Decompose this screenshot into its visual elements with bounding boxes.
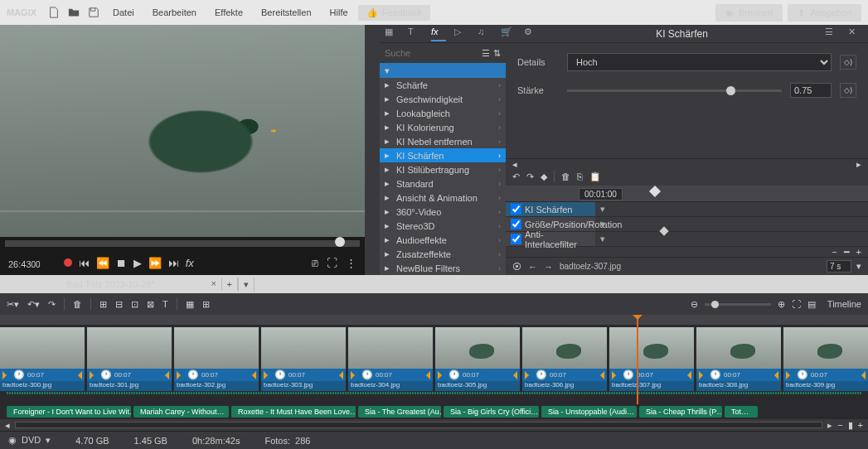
fx-item-zusatzeffekte[interactable]: ▸Zusatzeffekte› xyxy=(380,247,506,261)
audio-clip[interactable]: Sia - The Greatest (Au… xyxy=(358,406,441,418)
preview-scrubber[interactable] xyxy=(5,240,360,247)
kf-redo-icon[interactable]: ↷ xyxy=(526,171,534,182)
audio-clip[interactable]: Sia - Big Girls Cry (Offici… xyxy=(444,406,539,418)
clip-out-handle[interactable] xyxy=(248,371,256,379)
effects-search-input[interactable] xyxy=(385,48,451,58)
fx-item-ki-sch-rfen[interactable]: ▸KI Schärfen› xyxy=(380,148,506,162)
feedback-button[interactable]: 👍Feedback xyxy=(358,5,430,21)
clip-out-handle[interactable] xyxy=(422,371,430,379)
timeline-scrollbar[interactable] xyxy=(15,422,822,428)
fx-item-lookabgleich[interactable]: ▸Lookabgleich› xyxy=(380,106,506,120)
add-project-tab[interactable]: + xyxy=(221,278,238,291)
menu-effects[interactable]: Effekte xyxy=(206,4,251,21)
record-indicator[interactable] xyxy=(64,258,72,267)
kf-paste-icon[interactable]: 📋 xyxy=(589,171,601,182)
panel-menu-icon[interactable]: ☰ xyxy=(825,27,840,41)
preview-monitor[interactable] xyxy=(0,25,365,237)
zoom-out-icon[interactable]: ⊖ xyxy=(691,299,698,310)
fx-button[interactable]: fx xyxy=(186,257,194,269)
clip-in-handle[interactable] xyxy=(699,371,707,379)
clip-out-handle[interactable] xyxy=(770,371,778,379)
more-icon[interactable]: ⋮ xyxy=(346,257,356,269)
clip-in-handle[interactable] xyxy=(264,371,272,379)
clip-out-handle[interactable] xyxy=(74,371,82,379)
clip-out-handle[interactable] xyxy=(161,371,169,379)
tab-transition-icon[interactable]: ▷ xyxy=(454,27,469,41)
track-enable-checkbox[interactable] xyxy=(511,234,521,244)
clip-out-handle[interactable] xyxy=(683,371,691,379)
tab-fx-icon[interactable]: fx xyxy=(431,27,446,41)
audio-clip[interactable]: Tot… xyxy=(725,406,758,418)
keyframe-playhead[interactable] xyxy=(649,186,661,197)
menu-edit[interactable]: Bearbeiten xyxy=(144,4,205,21)
tab-settings-icon[interactable]: ⚙ xyxy=(524,27,539,41)
delete-icon[interactable]: 🗑 xyxy=(73,299,82,309)
timeline-clip[interactable]: 🕐00:07badtoelz-306.jpg xyxy=(522,327,607,391)
title-tool-icon[interactable]: ⊞ xyxy=(99,299,107,310)
fx-item-sch-rfe[interactable]: ▸Schärfe› xyxy=(380,78,506,92)
tab-close-icon[interactable]: × xyxy=(211,278,216,288)
keyframe-zoom-input[interactable] xyxy=(827,260,851,273)
tab-audio-icon[interactable]: ♫ xyxy=(478,27,492,41)
clip-in-handle[interactable] xyxy=(2,371,11,379)
project-tab-dropdown[interactable]: ▾ xyxy=(238,278,255,292)
keyframe-ruler[interactable]: 00:01:00 xyxy=(506,186,868,202)
clip-in-handle[interactable] xyxy=(525,371,533,379)
audio-clip[interactable]: Sia - Unstoppable (Audi… xyxy=(541,406,637,418)
timeline-clip[interactable]: 🕐00:07badtoelz-303.jpg xyxy=(261,327,346,391)
new-file-icon[interactable] xyxy=(45,3,63,22)
keyframe-track[interactable]: Anti-Interlacefilter▾ xyxy=(506,232,868,247)
export-button[interactable]: ⬆Ausgeben xyxy=(788,4,861,22)
clip-in-handle[interactable] xyxy=(177,371,185,379)
scroll-right-icon[interactable]: ▸ xyxy=(827,420,832,431)
track-dropdown-icon[interactable]: ▾ xyxy=(595,219,610,229)
next-button[interactable]: ⏭ xyxy=(168,257,179,269)
kf-back-icon[interactable]: ← xyxy=(528,262,537,272)
menu-share[interactable]: Bereitstellen xyxy=(253,4,320,21)
slider-handle[interactable] xyxy=(726,86,735,95)
kf-delete-icon[interactable]: 🗑 xyxy=(561,171,570,181)
track-minus-icon[interactable]: − xyxy=(837,420,842,430)
redo-icon[interactable]: ↷ xyxy=(48,299,56,310)
kf-zoom-slider[interactable]: ━ xyxy=(844,247,850,258)
undo-icon[interactable]: ↶▾ xyxy=(27,299,40,310)
kf-expand-icon[interactable]: ⦿ xyxy=(512,262,521,272)
marker-tool-icon[interactable]: ⊟ xyxy=(115,299,123,310)
clip-out-handle[interactable] xyxy=(509,371,517,379)
tab-text-icon[interactable]: T xyxy=(408,27,423,41)
tab-grid-icon[interactable]: ▦ xyxy=(385,27,400,41)
clip-in-handle[interactable] xyxy=(351,371,359,379)
clip-out-handle[interactable] xyxy=(857,371,866,379)
tab-cart-icon[interactable]: 🛒 xyxy=(501,27,516,41)
clip-in-handle[interactable] xyxy=(438,371,446,379)
clip-out-handle[interactable] xyxy=(596,371,604,379)
cut-tool-icon[interactable]: ✂▾ xyxy=(7,299,19,310)
track-dropdown-icon[interactable]: ▾ xyxy=(595,234,610,244)
kf-zoom-in-icon[interactable]: + xyxy=(856,247,861,257)
track-dropdown-icon[interactable]: ▾ xyxy=(595,204,610,215)
strength-value-input[interactable] xyxy=(790,83,832,98)
audio-clip[interactable]: Roxette - It Must Have Been Love… xyxy=(231,406,356,418)
timeline-clip[interactable]: 🕐00:07badtoelz-307.jpg xyxy=(609,327,694,391)
track-enable-checkbox[interactable] xyxy=(511,219,521,229)
play-button[interactable]: ▶ xyxy=(133,257,142,269)
menu-file[interactable]: Datei xyxy=(104,4,143,21)
timeline-view-icon[interactable]: ▤ xyxy=(807,299,816,310)
panel-close-icon[interactable]: ✕ xyxy=(848,27,863,41)
timeline-playhead[interactable] xyxy=(637,315,638,404)
timeline-clip[interactable]: 🕐00:07badtoelz-302.jpg xyxy=(174,327,259,391)
timeline-clip[interactable]: 🕐00:07badtoelz-308.jpg xyxy=(696,327,781,391)
timeline-clip[interactable]: 🕐00:07badtoelz-309.jpg xyxy=(783,327,868,391)
keyframe-button-2[interactable]: ◇⟩ xyxy=(840,83,856,98)
zoom-fit-icon[interactable]: ⛶ xyxy=(792,299,801,309)
kf-fwd-icon[interactable]: → xyxy=(544,262,553,272)
fx-item-standard[interactable]: ▸Standard› xyxy=(380,176,506,191)
forward-button[interactable]: ⏩ xyxy=(148,257,162,269)
timeline-ruler[interactable] xyxy=(0,315,868,325)
clip-out-handle[interactable] xyxy=(335,371,343,379)
kf-zoom-out-icon[interactable]: − xyxy=(832,247,836,257)
fullscreen-icon[interactable]: ⛶ xyxy=(327,257,337,269)
details-select[interactable]: Hoch xyxy=(567,53,832,71)
object-tool-icon[interactable]: ⊞ xyxy=(202,299,210,310)
kf-undo-icon[interactable]: ↶ xyxy=(512,171,520,182)
